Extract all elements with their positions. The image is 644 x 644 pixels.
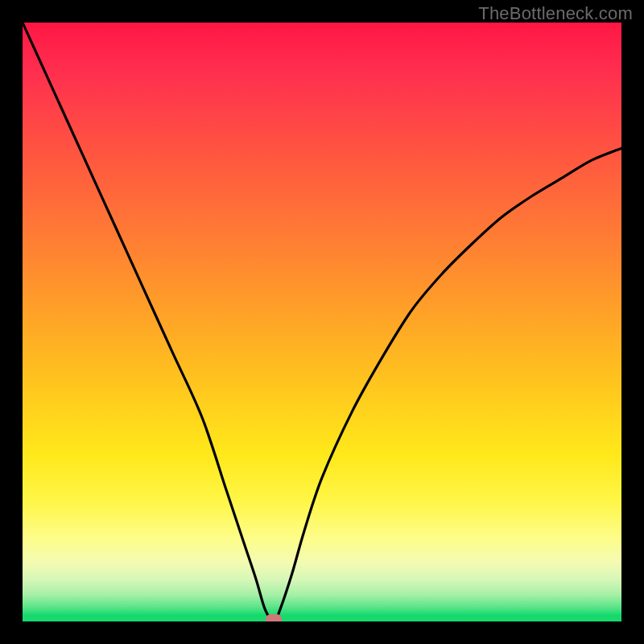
watermark-text: TheBottleneck.com: [478, 3, 633, 24]
plot-area: [23, 23, 621, 621]
chart-frame: TheBottleneck.com: [0, 0, 644, 644]
optimal-marker: [266, 614, 282, 621]
bottleneck-curve: [23, 23, 621, 621]
